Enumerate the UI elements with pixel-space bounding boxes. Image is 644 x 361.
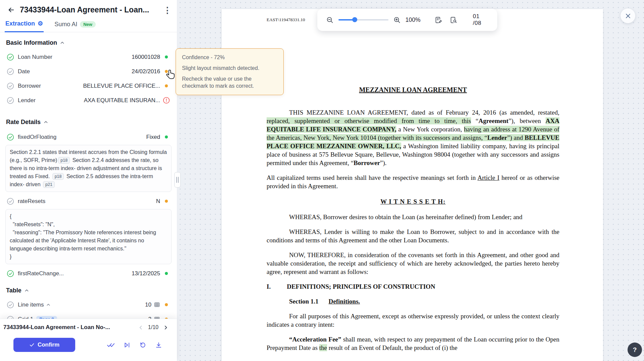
check-circle-icon[interactable] bbox=[7, 198, 14, 205]
zoom-in-button[interactable] bbox=[393, 16, 401, 24]
download-button[interactable] bbox=[155, 342, 162, 349]
page-indicator: 01 /08 bbox=[473, 13, 489, 27]
search-in-document-button[interactable] bbox=[450, 16, 457, 24]
check-circle-icon[interactable] bbox=[7, 133, 14, 141]
section-rate-details[interactable]: Rate Details bbox=[6, 118, 172, 126]
status-dot-green[interactable] bbox=[165, 135, 168, 138]
status-dot-orange[interactable] bbox=[165, 200, 168, 203]
extraction-highlight: the bbox=[319, 344, 327, 351]
zoom-in-icon bbox=[393, 16, 401, 24]
check-circle-icon[interactable] bbox=[7, 316, 14, 319]
field-value: N bbox=[156, 198, 160, 205]
skip-to-end-button[interactable] bbox=[124, 342, 131, 349]
extraction-highlight: replaced, supplemented or otherwise modi… bbox=[267, 117, 471, 124]
doc-paragraph: WHEREAS, Borrower desires to obtain the … bbox=[267, 213, 559, 221]
field-label: Line items bbox=[18, 302, 44, 308]
zoom-out-button[interactable] bbox=[326, 16, 334, 24]
tab-extraction-label: Extraction bbox=[5, 20, 35, 27]
field-label: fixedOrFloating bbox=[18, 134, 56, 141]
section-heading-label: Basic Information bbox=[6, 39, 57, 46]
status-dot-green[interactable] bbox=[165, 55, 168, 58]
status-dot-orange[interactable] bbox=[165, 303, 168, 306]
section-basic-information[interactable]: Basic Information bbox=[6, 38, 172, 47]
field-row-lender[interactable]: Lender AXA EQUITABLE INSURAN... bbox=[5, 93, 172, 108]
page-reference-pill[interactable]: p18 bbox=[58, 157, 70, 164]
field-row-date[interactable]: Date 24/02/2016 bbox=[5, 64, 172, 79]
extraction-highlight: ”) and bbox=[507, 134, 524, 141]
close-viewer-button[interactable] bbox=[620, 8, 635, 23]
tab-extraction[interactable]: Extraction ⚙ bbox=[5, 20, 44, 32]
help-button[interactable]: ? bbox=[628, 343, 642, 357]
check-circle-icon[interactable] bbox=[7, 68, 14, 75]
field-value: 24/02/2016 bbox=[132, 68, 160, 75]
error-alert-icon[interactable] bbox=[160, 97, 172, 104]
chevron-up-icon[interactable] bbox=[46, 303, 50, 307]
section-heading-label: Table bbox=[6, 287, 21, 294]
field-row-first-rate-change[interactable]: firstRateChange... 13/12/2025 bbox=[5, 266, 172, 281]
zoom-slider[interactable] bbox=[338, 19, 388, 21]
close-icon bbox=[625, 13, 631, 19]
document-content: MEZZANINE LOAN AGREEMENTTHIS MEZZANINE L… bbox=[267, 86, 559, 358]
document-search-icon bbox=[450, 16, 457, 24]
doc-paragraph: “Acceleration Fee” shall mean, with resp… bbox=[267, 335, 559, 352]
confirm-button[interactable]: Confirm bbox=[13, 338, 75, 352]
doc-paragraph: Section 1.1Definitions. bbox=[267, 297, 559, 306]
status-dot-orange[interactable] bbox=[165, 70, 168, 73]
page-reference-pill[interactable]: p18 bbox=[52, 173, 64, 180]
field-value: 160001028 bbox=[132, 54, 160, 61]
section-table[interactable]: Table bbox=[6, 286, 172, 295]
document-pager: 1/10 bbox=[138, 324, 171, 331]
annotate-document-button[interactable] bbox=[434, 16, 442, 24]
refresh-button[interactable] bbox=[139, 342, 146, 349]
sidebar-tabs: Extraction ⚙ Sumo AI New bbox=[0, 14, 177, 32]
check-circle-icon[interactable] bbox=[7, 82, 14, 90]
field-row-line-items[interactable]: Line items 10 bbox=[5, 297, 172, 312]
field-row-loan-number[interactable]: Loan Number 160001028 bbox=[5, 50, 172, 64]
field-row-grid-1[interactable]: Grid 1 Page 8 2 bbox=[5, 312, 172, 319]
next-document-button[interactable] bbox=[163, 324, 169, 331]
check-circle-icon[interactable] bbox=[7, 97, 14, 104]
field-label: Lender bbox=[18, 97, 36, 104]
check-circle-icon[interactable] bbox=[7, 53, 14, 61]
footer-document-label: 73433944-Loan Agreement - Loan No-... bbox=[3, 324, 138, 331]
field-label: Borrower bbox=[18, 83, 41, 89]
field-row-rate-resets[interactable]: rateResets N bbox=[5, 194, 172, 208]
kebab-menu-button[interactable]: ⋮ bbox=[163, 7, 172, 13]
confirm-label: Confirm bbox=[38, 342, 59, 348]
chevron-up-icon bbox=[60, 41, 64, 45]
page-badge[interactable]: Page 8 bbox=[36, 316, 57, 319]
field-row-fixed-or-floating[interactable]: fixedOrFloating Fixed bbox=[5, 130, 172, 144]
confirm-all-button[interactable] bbox=[107, 342, 115, 348]
tooltip-confidence-line: Confidence - 72% bbox=[182, 54, 277, 61]
refresh-icon bbox=[139, 342, 146, 349]
page-reference-pill[interactable]: p21 bbox=[43, 181, 55, 188]
check-circle-icon[interactable] bbox=[7, 270, 14, 277]
viewer-toolbar: 100% 01 /08 bbox=[317, 9, 497, 31]
table-grid-icon bbox=[154, 302, 160, 308]
tooltip-warning-line: Slight layout mismatch detected. bbox=[182, 65, 277, 72]
back-button[interactable] bbox=[7, 6, 15, 14]
field-label: rateResets bbox=[18, 198, 45, 205]
status-dot-orange[interactable] bbox=[165, 84, 168, 87]
doc-paragraph: WHEREAS, Lender is willing to make the L… bbox=[267, 228, 559, 244]
chevron-left-icon bbox=[138, 325, 143, 330]
check-icon bbox=[29, 342, 35, 348]
gear-icon[interactable]: ⚙ bbox=[38, 20, 43, 27]
status-dot-green[interactable] bbox=[165, 272, 168, 275]
doc-paragraph: For all purposes of this Agreement, exce… bbox=[267, 312, 559, 329]
zoom-slider-thumb[interactable] bbox=[352, 17, 357, 22]
panel-resize-handle[interactable] bbox=[174, 172, 181, 188]
doc-paragraph: W I T N E S S E T H: bbox=[267, 197, 559, 206]
sidebar-header: 73433944-Loan Agreement - Loan... ⋮ bbox=[0, 0, 177, 14]
field-value: AXA EQUITABLE INSURAN... bbox=[84, 97, 160, 104]
prev-document-button[interactable] bbox=[138, 324, 144, 331]
tab-sumo-ai[interactable]: Sumo AI New bbox=[54, 21, 96, 32]
extraction-fields-panel: Basic Information Loan Number 160001028 … bbox=[0, 35, 177, 319]
check-circle-icon[interactable] bbox=[7, 301, 14, 309]
chevron-up-icon bbox=[44, 120, 48, 124]
field-row-borrower[interactable]: Borrower BELLEVUE PLACE OFFICE... bbox=[5, 79, 172, 93]
section-heading-label: Rate Details bbox=[6, 119, 41, 126]
document-title: 73433944-Loan Agreement - Loan... bbox=[20, 5, 158, 14]
doc-paragraph: NOW, THEREFORE, in consideration of the … bbox=[267, 251, 559, 276]
skip-forward-icon bbox=[124, 342, 131, 349]
